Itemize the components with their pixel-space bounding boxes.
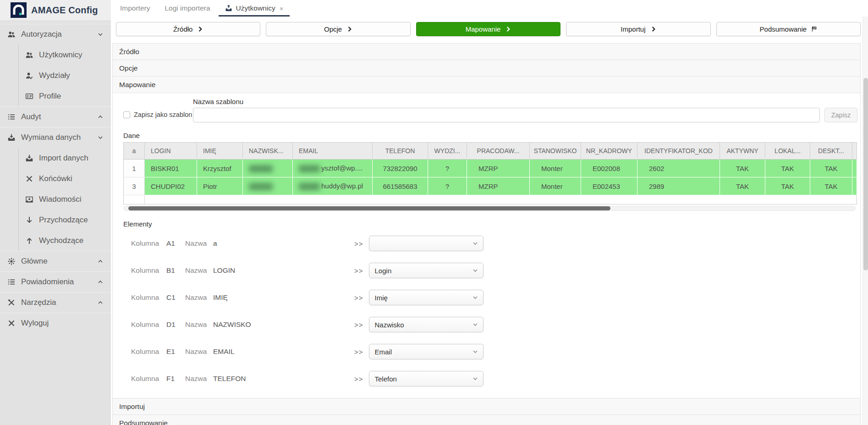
horizontal-scrollbar[interactable] bbox=[123, 206, 856, 211]
mapping-target-select-b1[interactable]: Login bbox=[369, 263, 483, 278]
sidebar-item-label: Użytkownicy bbox=[39, 50, 82, 60]
cell-nr_kadrowy: E002008 bbox=[581, 160, 637, 177]
chevron-up-icon bbox=[97, 114, 104, 120]
sidebar-item-wychodzace[interactable]: Wychodzące bbox=[18, 230, 111, 251]
wizard-step-mapowanie[interactable]: Mapowanie bbox=[416, 22, 560, 36]
kolumna-label: Kolumna bbox=[131, 375, 166, 383]
column-value: A1 bbox=[166, 239, 185, 248]
column-header-nazwisko[interactable]: NAZWISK... bbox=[243, 143, 293, 160]
sidebar-item-wiadomosci[interactable]: Wiadomości bbox=[18, 189, 111, 210]
tab-logi-importera[interactable]: Logi importera bbox=[158, 0, 216, 17]
sidebar-item-audyt[interactable]: Audyt bbox=[0, 106, 111, 127]
table-row[interactable]: 3CHUDPI02Piotrhuddy@wp.pl661585683?MZRPM… bbox=[124, 177, 857, 195]
chevron-down-icon bbox=[97, 134, 104, 141]
column-header-_end[interactable] bbox=[852, 143, 857, 160]
column-header-nr_kadrowy[interactable]: NR_KADROWY bbox=[581, 143, 637, 160]
cell-wydzial: ? bbox=[428, 177, 467, 195]
sidebar-item-wydzialy[interactable]: Wydziały bbox=[18, 65, 111, 86]
column-header-a[interactable]: a bbox=[124, 143, 145, 160]
column-header-wydzial[interactable]: WYDZI... bbox=[428, 143, 467, 160]
main-area: ImporteryLogi importeraUżytkownicy× Źród… bbox=[111, 0, 868, 425]
chevron-down-icon bbox=[472, 267, 478, 274]
save-template-button[interactable]: Zapisz bbox=[824, 108, 857, 122]
chevron-down-icon bbox=[472, 240, 478, 247]
nazwa-label: Nazwa bbox=[185, 348, 213, 356]
vertical-scrollbar-thumb[interactable] bbox=[863, 78, 868, 270]
accordion-section-mapowanie[interactable]: Mapowanie bbox=[113, 76, 860, 93]
selected-value: Login bbox=[375, 267, 472, 275]
sidebar-item-przychodzace[interactable]: Przychodzące bbox=[18, 210, 111, 230]
column-header-stanowisko[interactable]: STANOWISKO bbox=[530, 143, 581, 160]
mapping-target-select-e1[interactable]: Email bbox=[369, 344, 483, 359]
tab-label: Importery bbox=[120, 4, 150, 12]
sidebar-nav: AutoryzacjaUżytkownicyWydziałyProfileAud… bbox=[0, 20, 111, 333]
column-header-email[interactable]: EMAIL bbox=[293, 143, 373, 160]
cell-telefon: 732822090 bbox=[373, 160, 428, 177]
column-header-identyfikator_kod[interactable]: IDENTYFIKATOR_KOD bbox=[637, 143, 720, 160]
upload-icon bbox=[225, 5, 232, 12]
tabbar: ImporteryLogi importeraUżytkownicy× bbox=[111, 0, 868, 17]
wizard-step-importuj[interactable]: Importuj bbox=[566, 22, 710, 36]
cell-lokal: TAK bbox=[765, 160, 810, 177]
accordion-section-zrodlo[interactable]: Źródło bbox=[113, 43, 860, 60]
table-row[interactable]: 1BISKR01Krzysztofysztof@wp....732822090?… bbox=[124, 160, 857, 177]
cell-login: CHUDPI02 bbox=[145, 177, 197, 195]
cell-lokal: TAK bbox=[765, 177, 810, 195]
column-value: D1 bbox=[166, 320, 185, 329]
cell-login: BISKR01 bbox=[145, 160, 197, 177]
mapping-target-select-f1[interactable]: Telefon bbox=[369, 371, 483, 386]
sidebar-item-profile[interactable]: Profile bbox=[18, 86, 111, 106]
users-icon bbox=[24, 50, 34, 60]
sidebar-item-wyloguj[interactable]: Wyloguj bbox=[0, 313, 111, 333]
cell-identyfikator_kod: 2602 bbox=[637, 160, 720, 177]
accordion-section-opcje[interactable]: Opcje bbox=[113, 60, 860, 76]
column-header-telefon[interactable]: TELEFON bbox=[373, 143, 428, 160]
selected-value: Imię bbox=[375, 294, 472, 302]
sidebar-item-wymiana-danych[interactable]: Wymiana danych bbox=[0, 127, 111, 148]
template-name-input[interactable] bbox=[193, 108, 820, 122]
nazwa-label: Nazwa bbox=[185, 375, 213, 383]
chevron-right-icon bbox=[650, 26, 656, 32]
sidebar-item-label: Narzędzia bbox=[21, 298, 56, 307]
map-arrow: >> bbox=[354, 267, 363, 275]
tab-importery[interactable]: Importery bbox=[114, 0, 156, 17]
column-header-imie[interactable]: IMIĘ bbox=[197, 143, 243, 160]
mapping-target-select-c1[interactable]: Imię bbox=[369, 290, 483, 305]
column-header-pracodawca[interactable]: PRACODAW... bbox=[467, 143, 530, 160]
map-arrow: >> bbox=[354, 240, 363, 248]
chevron-up-icon bbox=[97, 279, 104, 285]
sidebar-item-autoryzacja[interactable]: Autoryzacja bbox=[0, 24, 111, 44]
horizontal-scrollbar-thumb[interactable] bbox=[128, 206, 610, 210]
column-header-aktywny[interactable]: AKTYWNY bbox=[720, 143, 765, 160]
wizard-step-podsumowanie[interactable]: Podsumowanie bbox=[716, 22, 861, 36]
sidebar-item-koncowki[interactable]: Końcówki bbox=[18, 168, 111, 189]
template-name-label: Nazwa szablonu bbox=[193, 98, 820, 105]
column-header-lokal[interactable]: LOKAL... bbox=[765, 143, 810, 160]
sidebar-item-powiadomienia[interactable]: Powiadomienia bbox=[0, 271, 111, 292]
mapping-target-select-a1[interactable] bbox=[369, 236, 483, 251]
column-header-login[interactable]: LOGIN bbox=[145, 143, 197, 160]
elementy-section-label: Elementy bbox=[123, 220, 860, 228]
chevron-up-icon bbox=[97, 299, 104, 306]
wizard-step-opcje[interactable]: Opcje bbox=[266, 22, 410, 36]
close-icon[interactable]: × bbox=[280, 5, 284, 12]
sidebar-item-label: Wychodzące bbox=[39, 236, 83, 245]
save-as-template-checkbox[interactable] bbox=[123, 111, 130, 118]
tab-uzytkownicy[interactable]: Użytkownicy× bbox=[219, 0, 290, 17]
save-as-template-row[interactable]: Zapisz jako szablon bbox=[123, 111, 193, 118]
sidebar-item-glowne[interactable]: Główne bbox=[0, 251, 111, 271]
accordion-section-importuj[interactable]: Importuj bbox=[113, 398, 860, 414]
vertical-scrollbar[interactable] bbox=[863, 17, 868, 425]
mapowanie-content: Zapisz jako szablon Nazwa szablonu Zapis… bbox=[113, 93, 860, 386]
cell-wydzial: ? bbox=[428, 160, 467, 177]
sidebar-item-label: Wymiana danych bbox=[21, 133, 81, 142]
accordion-section-podsumowanie[interactable]: Podsumowanie bbox=[113, 414, 860, 425]
chevron-up-icon bbox=[97, 258, 104, 265]
kolumna-label: Kolumna bbox=[131, 239, 166, 248]
mapping-target-select-d1[interactable]: Nazwisko bbox=[369, 317, 483, 332]
sidebar-item-narzedzia[interactable]: Narzędzia bbox=[0, 292, 111, 313]
sidebar-item-import-danych[interactable]: Import danych bbox=[18, 148, 111, 168]
sidebar-item-uzytkownicy[interactable]: Użytkownicy bbox=[18, 44, 111, 65]
wizard-step-zrodlo[interactable]: Źródło bbox=[116, 22, 260, 36]
column-header-deskt[interactable]: DESKT... bbox=[810, 143, 852, 160]
